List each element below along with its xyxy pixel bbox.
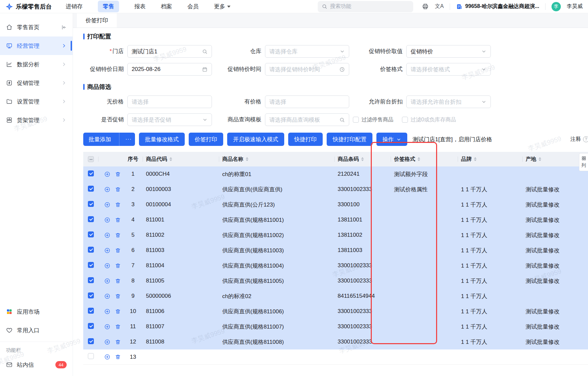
row-checkbox[interactable]: [88, 323, 94, 329]
header-origin[interactable]: 产地: [522, 152, 588, 166]
price-tag-print-button[interactable]: 价签打印: [189, 133, 223, 146]
sidebar-item-messages[interactable]: 站内信 44: [0, 355, 73, 374]
no-price-input[interactable]: 请选择: [127, 95, 212, 108]
add-row-icon[interactable]: [104, 232, 110, 238]
nav-reports[interactable]: 报表: [134, 3, 146, 10]
sort-icon[interactable]: [474, 157, 477, 161]
tag-format-select[interactable]: 请选择价签格式: [406, 63, 491, 76]
avatar[interactable]: 李: [552, 2, 561, 11]
quick-print-button[interactable]: 快捷打印: [288, 133, 323, 146]
print-icon[interactable]: [422, 3, 429, 10]
row-checkbox[interactable]: [88, 186, 94, 192]
sidebar-item-business-management[interactable]: 经营管理: [0, 36, 73, 55]
add-row-icon[interactable]: [104, 308, 110, 315]
row-checkbox[interactable]: [88, 201, 94, 207]
actions-dropdown-button[interactable]: 操作: [376, 133, 407, 146]
global-search-input[interactable]: 搜索功能: [318, 1, 413, 12]
sort-icon[interactable]: [361, 157, 364, 161]
header-product-name[interactable]: 商品名称: [219, 152, 334, 166]
delete-row-icon[interactable]: [115, 232, 121, 238]
sort-icon[interactable]: [169, 157, 172, 161]
row-checkbox[interactable]: [88, 308, 94, 314]
filter-stopped-products-checkbox[interactable]: 过滤停售商品: [353, 116, 393, 123]
add-row-icon[interactable]: [104, 186, 110, 193]
row-checkbox[interactable]: [88, 247, 94, 253]
row-checkbox[interactable]: [88, 231, 94, 237]
delete-row-icon[interactable]: [115, 171, 121, 177]
add-row-icon[interactable]: [104, 293, 110, 299]
row-checkbox[interactable]: [88, 216, 94, 222]
sidebar-item-promotion-management[interactable]: 促销管理: [0, 74, 73, 92]
sidebar-item-settings-management[interactable]: 设置管理: [0, 92, 73, 111]
row-checkbox[interactable]: [88, 353, 94, 359]
delete-row-icon[interactable]: [115, 354, 121, 360]
add-row-icon[interactable]: [104, 339, 110, 345]
checkbox[interactable]: [402, 117, 408, 123]
user-name[interactable]: 李昊威: [567, 3, 583, 10]
add-row-icon[interactable]: [104, 263, 110, 269]
sort-icon[interactable]: [246, 157, 248, 161]
add-row-icon[interactable]: [104, 171, 110, 177]
nav-members[interactable]: 会员: [187, 3, 199, 10]
batch-add-more-button[interactable]: ···: [122, 136, 135, 142]
delete-row-icon[interactable]: [115, 339, 121, 345]
nav-archives[interactable]: 档案: [161, 3, 172, 10]
delete-row-icon[interactable]: [115, 263, 121, 269]
store-switcher[interactable]: 99658-哈尔滨鑫金融达商超演...: [456, 3, 539, 10]
delete-row-icon[interactable]: [115, 202, 121, 208]
delete-row-icon[interactable]: [115, 308, 121, 315]
nav-inventory[interactable]: 进销存: [66, 3, 83, 10]
sidebar-item-data-analysis[interactable]: 数据分析: [0, 55, 73, 74]
sort-icon[interactable]: [539, 157, 541, 161]
row-checkbox[interactable]: [88, 338, 94, 344]
sidebar-item-retail-home[interactable]: 零售首页: [0, 18, 73, 36]
add-row-icon[interactable]: [104, 247, 110, 254]
add-row-icon[interactable]: [104, 278, 110, 284]
row-checkbox[interactable]: [88, 277, 94, 283]
delete-row-icon[interactable]: [115, 247, 121, 254]
add-row-icon[interactable]: [104, 202, 110, 208]
quick-print-config-button[interactable]: 快捷打印配置: [327, 133, 372, 146]
promo-value-select[interactable]: 促销特价: [406, 45, 491, 58]
tab-price-tag-print[interactable]: 价签打印: [77, 13, 117, 28]
sidebar-item-shelf-management[interactable]: 货架管理: [0, 111, 73, 129]
row-checkbox[interactable]: [88, 292, 94, 298]
delete-row-icon[interactable]: [115, 278, 121, 284]
batch-add-button[interactable]: 批量添加 ···: [83, 133, 135, 146]
is-promo-select[interactable]: 请选择是否促销: [127, 113, 212, 126]
add-row-icon[interactable]: [104, 324, 110, 330]
delete-row-icon[interactable]: [115, 293, 121, 299]
delete-row-icon[interactable]: [115, 324, 121, 330]
select-all-checkbox[interactable]: [88, 156, 94, 162]
row-checkbox[interactable]: [88, 170, 94, 176]
nav-retail[interactable]: 零售: [98, 1, 119, 12]
front-discount-select[interactable]: 请选择允许前台折扣: [406, 95, 491, 108]
sort-icon[interactable]: [418, 157, 420, 161]
quick-input-mode-button[interactable]: 开启极速输入模式: [227, 133, 284, 146]
store-input[interactable]: 测试门店1: [127, 45, 212, 58]
delete-row-icon[interactable]: [115, 186, 121, 193]
promo-date-input[interactable]: 2025-08-26: [127, 63, 212, 76]
column-settings-button[interactable]: 列: [579, 153, 588, 171]
nav-more[interactable]: 更多: [214, 3, 230, 10]
header-brand[interactable]: 品牌: [458, 152, 522, 166]
sidebar-item-common-entry[interactable]: 常用入口: [0, 321, 73, 340]
sidebar-item-app-market[interactable]: 应用市场: [0, 302, 73, 321]
promo-time-input[interactable]: 请选择促销特价时间: [265, 63, 349, 76]
query-template-input[interactable]: 请选择商品查询模板: [265, 113, 349, 126]
annotation-link[interactable]: 注释 ?: [570, 136, 587, 143]
add-row-icon[interactable]: [104, 217, 110, 223]
collapse-sidebar-icon[interactable]: [60, 24, 67, 31]
language-icon[interactable]: 文A: [435, 3, 444, 10]
delete-row-icon[interactable]: [115, 217, 121, 223]
header-barcode[interactable]: 商品条码: [334, 152, 391, 166]
warehouse-select[interactable]: 请选择仓库: [265, 45, 349, 58]
batch-edit-format-button[interactable]: 批量修改格式: [139, 133, 185, 146]
checkbox[interactable]: [353, 117, 359, 123]
header-tag-format[interactable]: 价签格式: [391, 152, 458, 166]
has-price-input[interactable]: 请选择: [265, 95, 349, 108]
add-row-icon[interactable]: [104, 354, 110, 360]
header-product-code[interactable]: 商品代码: [143, 152, 219, 166]
filter-zero-stock-checkbox[interactable]: 过滤0或负库存商品: [402, 116, 456, 123]
row-checkbox[interactable]: [88, 262, 94, 268]
